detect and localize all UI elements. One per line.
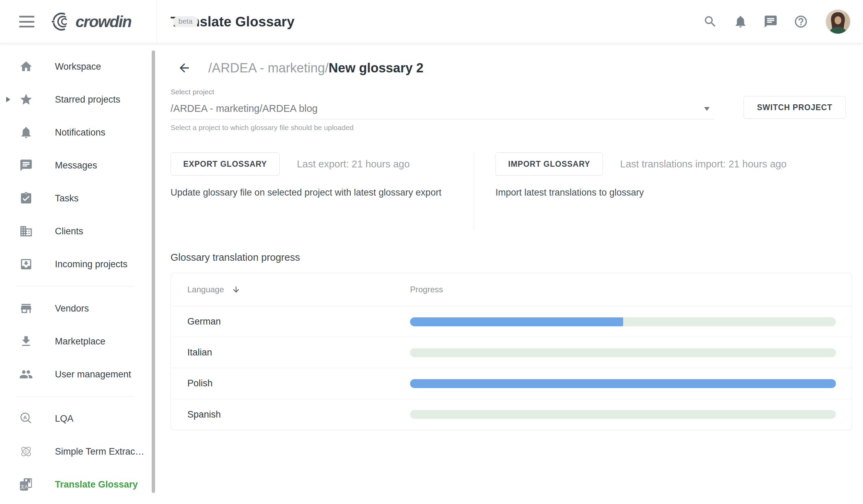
beta-badge: beta <box>173 16 198 27</box>
people-icon <box>19 367 33 381</box>
switch-project-button[interactable]: SWITCH PROJECT <box>744 96 846 119</box>
select-project-helper: Select a project to which glossary file … <box>171 124 714 132</box>
logo-text: crowdin <box>75 12 131 31</box>
chat-icon <box>763 14 778 29</box>
crowdin-app: crowdin beta Translate Glossary <box>0 0 863 504</box>
messages-button[interactable] <box>763 14 779 30</box>
sidebar-item-workspace[interactable]: Workspace <box>0 50 157 83</box>
tasks-icon <box>19 191 33 205</box>
top-bar-main: Translate Glossary <box>157 0 863 43</box>
top-bar: crowdin beta Translate Glossary <box>0 0 863 43</box>
table-row: Polish <box>171 368 852 399</box>
table-row: Spanish <box>171 399 852 430</box>
import-glossary-button[interactable]: IMPORT GLOSSARY <box>495 152 603 176</box>
sidebar-item-label: Starred projects <box>55 94 120 105</box>
sidebar-item-user-management[interactable]: User management <box>0 358 157 391</box>
sidebar-item-marketplace[interactable]: Marketplace <box>0 325 157 358</box>
progress-bar-track <box>410 317 836 326</box>
term-extractor-icon: E <box>19 445 33 458</box>
breadcrumb-path: /ARDEA - marketing/ <box>208 61 329 75</box>
bell-icon <box>19 126 33 139</box>
clients-icon <box>19 224 33 238</box>
help-icon <box>794 14 808 29</box>
bell-icon <box>733 14 748 29</box>
sidebar-item-label: Simple Term Extrac… <box>55 446 144 457</box>
sidebar-item-incoming-projects[interactable]: Incoming projects <box>0 248 157 281</box>
sidebar-item-label: Workspace <box>55 61 101 72</box>
project-select[interactable]: /ARDEA - marketing/ARDEA blog <box>171 98 714 119</box>
last-export-status: Last export: 21 hours ago <box>297 159 410 170</box>
inbox-icon <box>19 257 33 271</box>
sidebar-item-lqa[interactable]: A LQA <box>0 402 157 435</box>
project-select-value: /ARDEA - marketing/ARDEA blog <box>171 103 318 114</box>
svg-text:A: A <box>23 414 27 420</box>
table-row: German <box>171 306 852 337</box>
sidebar-item-notifications[interactable]: Notifications <box>0 116 157 149</box>
sort-descending-icon <box>232 285 241 294</box>
sidebar-item-label: Tasks <box>55 193 79 204</box>
sidebar-item-label: Notifications <box>55 127 105 138</box>
sidebar-divider <box>16 396 135 397</box>
sidebar-item-label: Clients <box>55 226 83 237</box>
export-glossary-button[interactable]: EXPORT GLOSSARY <box>171 152 280 176</box>
home-icon <box>19 60 33 73</box>
sidebar-item-starred-projects[interactable]: Starred projects <box>0 83 157 116</box>
sidebar: Workspace Starred projects Notifications… <box>0 43 157 504</box>
language-cell: Polish <box>171 378 410 389</box>
main-content: /ARDEA - marketing/New glossary 2 Select… <box>157 43 863 504</box>
sidebar-item-label: Marketplace <box>55 336 105 347</box>
breadcrumb-current: New glossary 2 <box>329 61 424 75</box>
language-cell: Spanish <box>171 409 410 420</box>
sidebar-item-label: Incoming projects <box>55 259 128 270</box>
progress-bar-fill <box>410 379 836 388</box>
column-header-language[interactable]: Language <box>171 285 410 294</box>
help-button[interactable] <box>793 14 809 30</box>
language-cell: Italian <box>171 347 410 358</box>
chevron-down-icon <box>704 107 710 111</box>
chat-icon <box>19 159 33 172</box>
sidebar-item-clients[interactable]: Clients <box>0 215 157 248</box>
sidebar-item-label: LQA <box>55 413 73 424</box>
svg-text:E: E <box>25 449 28 454</box>
expand-caret-icon[interactable] <box>6 97 10 102</box>
language-cell: German <box>171 316 410 327</box>
progress-bar-fill <box>410 317 623 326</box>
star-icon <box>19 93 33 106</box>
crowdin-logo[interactable]: crowdin beta <box>50 11 131 32</box>
sidebar-item-messages[interactable]: Messages <box>0 149 157 182</box>
progress-bar-track <box>410 348 836 357</box>
progress-bar-track <box>410 410 836 419</box>
translate-glossary-icon: 文A <box>19 478 33 491</box>
sidebar-item-vendors[interactable]: Vendors <box>0 292 157 325</box>
sidebar-scrollbar[interactable] <box>152 50 155 493</box>
sidebar-item-label: User management <box>55 369 131 380</box>
sidebar-item-label: Vendors <box>55 303 89 314</box>
last-import-status: Last translations import: 21 hours ago <box>620 159 786 170</box>
select-project-label: Select project <box>171 88 714 96</box>
search-button[interactable] <box>702 14 718 30</box>
progress-table: Language Progress German Italian Polish <box>171 273 852 430</box>
sidebar-item-label: Messages <box>55 160 97 171</box>
crowdin-logo-mark <box>50 11 73 32</box>
sidebar-item-simple-term-extractor[interactable]: E Simple Term Extrac… <box>0 435 157 468</box>
download-icon <box>19 335 33 348</box>
avatar-image <box>826 10 850 34</box>
export-description: Update glossary file on selected project… <box>171 187 474 198</box>
notifications-button[interactable] <box>733 14 748 30</box>
svg-text:文A: 文A <box>20 484 28 489</box>
sidebar-item-tasks[interactable]: Tasks <box>0 182 157 215</box>
table-row: Italian <box>171 337 852 368</box>
top-bar-logo-area: crowdin beta <box>0 0 157 43</box>
sidebar-divider <box>16 286 135 286</box>
lqa-icon: A <box>19 412 33 425</box>
back-arrow-icon <box>177 61 191 75</box>
back-button[interactable] <box>177 60 192 75</box>
breadcrumb: /ARDEA - marketing/New glossary 2 <box>208 61 423 75</box>
sidebar-item-label: Translate Glossary <box>55 479 138 490</box>
hamburger-menu-icon[interactable] <box>19 16 34 27</box>
search-icon <box>703 14 718 29</box>
sidebar-item-translate-glossary[interactable]: 文A Translate Glossary <box>0 468 157 501</box>
progress-bar-track <box>410 379 836 388</box>
store-icon <box>19 302 33 315</box>
user-avatar[interactable] <box>825 9 851 34</box>
